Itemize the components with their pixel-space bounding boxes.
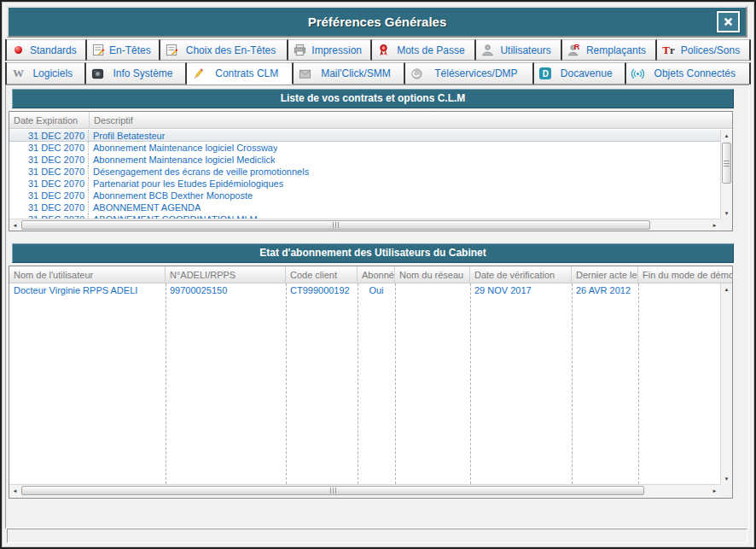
tab-label: Info Système [105, 67, 182, 79]
contract-date: 31 DEC 2070 [9, 154, 89, 166]
ribbon-icon [376, 44, 391, 57]
font-tr-icon: Tr [661, 44, 676, 57]
tab-polices-sons[interactable]: Tr Polices/Sons [657, 39, 751, 61]
header-doc-icon [91, 44, 106, 57]
tab-label: Remplaçants [581, 44, 651, 56]
tab-teleservices-dmp[interactable]: Téléservices/DMP [405, 62, 534, 85]
tab-label: Mail'Click/SMM [312, 67, 399, 79]
tab-mailclick-smm[interactable]: Mail'Click/SMM [294, 62, 405, 85]
contract-date: 31 DEC 2070 [9, 142, 89, 154]
tab-label: Téléservices/DMP [424, 67, 528, 79]
contract-desc: Désengagement des écrans de veille promo… [89, 166, 309, 178]
column-divider [358, 283, 358, 484]
window-title: Préférences Générales [308, 15, 447, 29]
close-icon [724, 17, 733, 26]
contract-row[interactable]: 31 DEC 2070 Partenariat pour les Etudes … [9, 178, 720, 190]
column-divider [470, 283, 471, 484]
scrollbar-corner [720, 219, 732, 231]
user-code-client: CT999000192 [286, 283, 358, 298]
tab-label: Docavenue [553, 67, 620, 79]
user-dernier-acte: 26 AVR 2012 [572, 283, 638, 298]
tab-label: Mots de Passe [391, 44, 470, 56]
contract-desc: ABONNEMENT AGENDA [89, 201, 201, 213]
column-header-date-verification[interactable]: Date de vérification [470, 266, 572, 283]
contract-desc: Abonnement Maintenance logiciel Mediclic… [89, 154, 275, 166]
user-adeli: 99700025150 [166, 283, 286, 298]
column-header-fin-mode-demo[interactable]: Fin du mode de démons [638, 266, 732, 283]
column-header-abonne[interactable]: Abonné [358, 266, 395, 283]
column-header-dernier-acte[interactable]: Dernier acte le [572, 266, 638, 283]
tab-label: Utilisateurs [495, 44, 556, 56]
tab-remplacants[interactable]: R Remplaçants [562, 39, 657, 61]
user-row[interactable]: Docteur Virginie RPPS ADELI 99700025150 … [9, 283, 720, 298]
tab-row-2: W Logiciels Info Système Contrats CLM Ma… [5, 62, 751, 85]
wireless-icon [631, 67, 645, 80]
contracts-section-header: Liste de vos contrats et options C.L.M [12, 89, 734, 108]
tab-en-tetes[interactable]: En-Têtes [87, 39, 160, 61]
contract-desc: Partenariat pour les Etudes Epidémiologi… [89, 178, 283, 190]
column-header-descriptif[interactable]: Descriptif [90, 112, 732, 128]
column-divider [166, 283, 166, 484]
contract-desc: Profil Betatesteur [89, 130, 165, 142]
tab-label: En-Têtes [106, 44, 154, 56]
contract-row[interactable]: 31 DEC 2070 Abonnement Maintenance logic… [9, 154, 720, 166]
column-divider [572, 283, 573, 484]
contract-row[interactable]: 31 DEC 2070 Abonnement Maintenance logic… [9, 142, 720, 154]
tab-label: Impression [307, 44, 366, 56]
scrollbar-thumb[interactable] [21, 220, 650, 230]
contracts-listbox: Date Expiration Descriptif 31 DEC 2070 P… [9, 111, 733, 231]
scrollbar-thumb[interactable] [21, 486, 644, 495]
contracts-vertical-scrollbar[interactable] [720, 130, 732, 219]
contract-row[interactable]: 31 DEC 2070 Désengagement des écrans de … [9, 166, 720, 178]
user-name: Docteur Virginie RPPS ADELI [9, 283, 166, 298]
user-r-icon: R [567, 44, 581, 57]
scroll-left-icon[interactable] [9, 219, 20, 231]
scrollbar-thumb[interactable] [722, 143, 731, 184]
mail-icon [298, 67, 312, 80]
scroll-up-icon[interactable] [721, 283, 732, 295]
column-header-adeli-rpps[interactable]: N°ADELI/RPPS [166, 266, 286, 283]
globe-icon [410, 67, 424, 80]
tab-choix-des-en-tetes[interactable]: Choix des En-Têtes [160, 39, 288, 61]
system-info-icon [90, 67, 105, 80]
contract-row[interactable]: 31 DEC 2070 ABONNEMENT AGENDA [9, 201, 720, 213]
contract-date: 31 DEC 2070 [9, 190, 89, 201]
contracts-list-body: 31 DEC 2070 Profil Betatesteur 31 DEC 20… [9, 130, 720, 219]
tab-standards[interactable]: Standards [7, 39, 87, 61]
contract-date: 31 DEC 2070 [9, 178, 89, 190]
contract-row[interactable]: 31 DEC 2070 Profil Betatesteur [9, 130, 720, 142]
r-badge: R [574, 43, 580, 51]
scroll-right-icon[interactable] [709, 219, 720, 231]
close-button[interactable] [717, 11, 740, 32]
scroll-down-icon[interactable] [721, 473, 732, 484]
contracts-horizontal-scrollbar[interactable] [9, 219, 720, 231]
red-dot-icon [11, 44, 26, 57]
contract-row[interactable]: 31 DEC 2070 Abonnement BCB Dexther Monop… [9, 190, 720, 201]
tab-utilisateurs[interactable]: Utilisateurs [476, 39, 562, 61]
scroll-right-icon[interactable] [709, 485, 720, 496]
column-header-nom-utilisateur[interactable]: Nom de l'utilisateur [9, 266, 166, 283]
column-divider [395, 283, 396, 484]
contract-desc: Abonnement BCB Dexther Monoposte [89, 190, 253, 201]
scroll-up-icon[interactable] [721, 130, 732, 141]
tab-logiciels[interactable]: W Logiciels [7, 62, 86, 85]
tab-contrats-clm[interactable]: Contrats CLM [187, 62, 294, 85]
contract-date: 31 DEC 2070 [9, 130, 89, 142]
users-vertical-scrollbar[interactable] [720, 283, 732, 484]
tab-mots-de-passe[interactable]: Mots de Passe [372, 39, 476, 61]
column-header-date-expiration[interactable]: Date Expiration [9, 112, 90, 128]
users-section-header: Etat d'abonnement des Utilisateurs du Ca… [12, 243, 734, 263]
contract-date: 31 DEC 2070 [9, 166, 89, 178]
column-header-code-client[interactable]: Code client [286, 266, 358, 283]
user-abonne: Oui [358, 283, 395, 298]
tab-docavenue[interactable]: D Docavenue [534, 62, 626, 85]
scroll-down-icon[interactable] [721, 207, 732, 219]
printer-icon [293, 44, 307, 57]
tab-objets-connectes[interactable]: Objets Connectés [626, 62, 751, 85]
column-header-nom-reseau[interactable]: Nom du réseau [395, 266, 470, 283]
pencil-icon [191, 67, 206, 80]
users-horizontal-scrollbar[interactable] [9, 484, 720, 498]
tab-info-systeme[interactable]: Info Système [86, 62, 188, 85]
tab-impression[interactable]: Impression [288, 39, 372, 61]
scroll-left-icon[interactable] [9, 485, 20, 496]
